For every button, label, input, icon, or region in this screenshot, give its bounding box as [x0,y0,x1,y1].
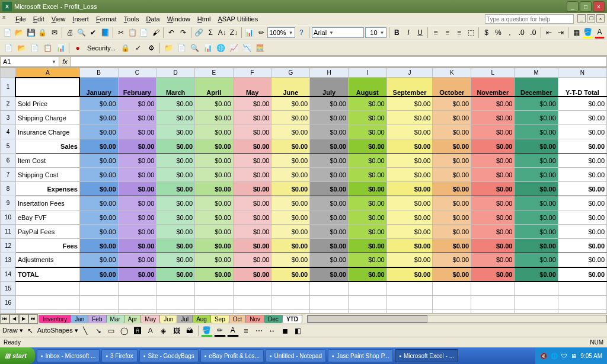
cell[interactable]: $0.00 [195,182,234,196]
cell[interactable]: $0.00 [118,196,156,210]
cell[interactable]: $0.00 [471,168,515,182]
row-label[interactable]: TOTAL [15,267,79,282]
cell[interactable]: $0.00 [558,168,606,182]
tab-nav-first[interactable]: ⏮ [0,314,9,324]
cell[interactable]: $0.00 [233,139,271,154]
name-box[interactable]: A1▼ [0,56,59,67]
cell[interactable]: $0.00 [310,111,349,125]
cell[interactable] [233,296,271,310]
cell[interactable]: $0.00 [515,154,558,168]
row-header-13[interactable]: 13 [1,253,16,267]
row-label[interactable]: Sales [15,139,79,154]
col-header-H[interactable]: H [310,68,349,78]
security-label[interactable]: Security... [85,44,118,52]
col-header-G[interactable]: G [271,68,310,78]
merge-icon[interactable]: ⬚ [465,27,476,39]
col-header-F[interactable]: F [233,68,271,78]
select-objects-icon[interactable]: ↖ [24,325,36,337]
tb2-icon-7[interactable]: ✓ [132,42,144,54]
cell[interactable]: $0.00 [271,210,310,225]
sheet-tab-jan[interactable]: Jan [71,315,88,323]
textbox-icon[interactable]: 🅰 [132,325,143,337]
cell[interactable]: $0.00 [471,253,515,267]
month-header-june[interactable]: June [271,78,310,97]
menu-tools[interactable]: Tools [120,14,143,24]
cell[interactable]: $0.00 [118,239,156,253]
cell[interactable] [433,296,471,310]
formula-bar[interactable] [71,56,607,67]
cell[interactable]: $0.00 [310,168,349,182]
cell[interactable] [433,282,471,296]
row-label[interactable]: Fees [15,239,79,253]
cell[interactable]: $0.00 [348,154,386,168]
cell[interactable]: $0.00 [348,196,386,210]
menu-view[interactable]: View [48,14,69,24]
taskbar-button[interactable]: ▪Untitled - Notepad [266,349,326,362]
cell[interactable] [348,296,386,310]
cell[interactable]: $0.00 [233,168,271,182]
tab-nav-next[interactable]: ▶ [19,314,28,324]
underline-icon[interactable]: U [415,27,426,39]
spelling-icon[interactable]: ✔ [88,27,99,39]
cell[interactable]: $0.00 [433,125,471,139]
cell[interactable]: $0.00 [271,168,310,182]
month-header-february[interactable]: February [118,78,156,97]
col-header-A[interactable]: A [15,68,79,78]
cell[interactable] [118,296,156,310]
align-center-icon[interactable]: ≡ [442,27,453,39]
row-label[interactable]: Shipping Charge [15,111,79,125]
row-label[interactable]: PayPal Fees [15,225,79,239]
month-header-y-t-d total[interactable]: Y-T-D Total [558,78,606,97]
cell[interactable]: $0.00 [310,196,349,210]
sheet-tab-jul[interactable]: Jul [177,315,193,323]
cell[interactable]: $0.00 [310,182,349,196]
font-select[interactable]: Arial▼ [312,27,364,38]
row-header-8[interactable]: 8 [1,182,16,196]
cell[interactable]: $0.00 [515,267,558,282]
cell[interactable]: $0.00 [558,267,606,282]
cell[interactable]: $0.00 [310,239,349,253]
cell[interactable]: $0.00 [156,154,195,168]
cell[interactable]: $0.00 [195,225,234,239]
row-header-4[interactable]: 4 [1,125,16,139]
cell[interactable]: $0.00 [386,210,433,225]
save-icon[interactable]: 💾 [25,27,36,39]
cell[interactable]: $0.00 [433,196,471,210]
autosum-icon[interactable]: Σ [205,27,216,39]
threed-icon[interactable]: ◧ [292,325,304,337]
system-tray[interactable]: 🔇 🌐 🛡 🖥 9:05 AM [535,347,607,364]
cell[interactable]: $0.00 [156,210,195,225]
cell[interactable]: $0.00 [195,111,234,125]
tb2-icon-2[interactable]: 📂 [15,42,27,54]
font-color2-icon[interactable]: A [227,325,239,337]
cell[interactable]: $0.00 [271,267,310,282]
font-color-icon[interactable]: A [595,27,605,39]
cell[interactable]: $0.00 [271,239,310,253]
row-label[interactable]: Shipping Cost [15,168,79,182]
cell[interactable]: $0.00 [79,253,118,267]
col-header-B[interactable]: B [79,68,118,78]
cell[interactable]: $0.00 [348,225,386,239]
month-header-january[interactable]: January [79,78,118,97]
select-all-corner[interactable] [1,68,16,78]
cell[interactable]: $0.00 [471,239,515,253]
month-header-may[interactable]: May [233,78,271,97]
percent-icon[interactable]: % [493,27,504,39]
cell[interactable]: $0.00 [310,97,349,111]
preview-icon[interactable]: 🔍 [76,27,87,39]
row-label[interactable]: eBay FVF [15,210,79,225]
dec-decimal-icon[interactable]: .0 [528,27,539,39]
doc-minimize-button[interactable]: _ [577,14,586,23]
cell[interactable]: $0.00 [386,267,433,282]
dec-indent-icon[interactable]: ⇤ [544,27,554,39]
row-header-6[interactable]: 6 [1,154,16,168]
align-right-icon[interactable]: ≡ [454,27,465,39]
cell[interactable]: $0.00 [348,125,386,139]
hyperlink-icon[interactable]: 🔗 [194,27,205,39]
cell[interactable]: $0.00 [195,196,234,210]
cell[interactable]: $0.00 [310,210,349,225]
cell[interactable]: $0.00 [271,225,310,239]
cell[interactable] [348,282,386,296]
cell[interactable]: $0.00 [433,267,471,282]
cell[interactable] [156,282,195,296]
